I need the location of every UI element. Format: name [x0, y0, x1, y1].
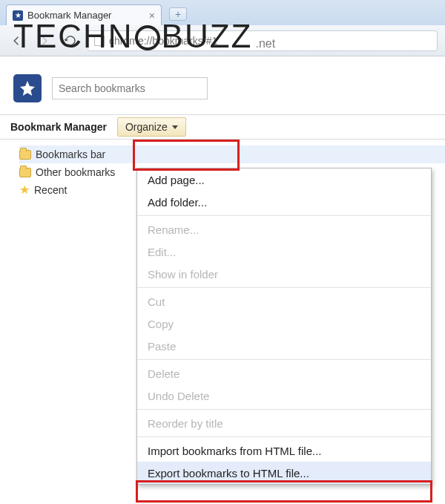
menu-item: Delete — [137, 362, 431, 384]
menu-item: Paste — [137, 335, 431, 357]
search-input[interactable] — [52, 77, 208, 99]
tree-item-label: Recent — [34, 184, 67, 196]
menu-item: Undo Delete — [137, 384, 431, 407]
organize-menu: Add page...Add folder...Rename...Edit...… — [136, 168, 432, 485]
close-icon[interactable]: × — [149, 10, 155, 22]
star-icon — [19, 79, 36, 97]
tree-item-label: Other bookmarks — [36, 166, 115, 178]
arrow-left-icon — [10, 34, 24, 48]
reload-button[interactable] — [61, 31, 80, 50]
folder-icon — [19, 150, 31, 160]
browser-toolbar: chrome://bookmarks/#1 — [0, 25, 445, 56]
menu-separator — [137, 436, 431, 437]
menu-item: Edit... — [137, 240, 431, 263]
url-text: chrome://bookmarks/#1 — [109, 35, 217, 47]
page-icon — [94, 36, 105, 46]
tree-item[interactable]: Bookmarks bar — [19, 145, 445, 163]
organize-label: Organize — [125, 121, 168, 133]
menu-separator — [137, 359, 431, 360]
menu-separator — [137, 287, 431, 288]
arrow-right-icon — [37, 34, 50, 48]
tab-strip: Bookmark Manager × + — [0, 0, 445, 25]
menu-item: Cut — [137, 290, 431, 312]
subheader: Bookmark Manager Organize — [0, 114, 445, 140]
new-tab-button[interactable]: + — [169, 7, 187, 21]
menu-item[interactable]: Export bookmarks to HTML file... — [137, 462, 431, 484]
menu-item[interactable]: Add folder... — [137, 191, 431, 213]
browser-tab[interactable]: Bookmark Manager × — [6, 4, 162, 25]
back-button[interactable] — [7, 31, 27, 50]
menu-item: Copy — [137, 312, 431, 335]
tab-title: Bookmark Manager — [27, 10, 111, 21]
menu-item[interactable]: Import bookmarks from HTML file... — [137, 439, 431, 462]
bookmarks-app-icon — [13, 74, 42, 102]
menu-separator — [137, 409, 431, 410]
menu-item: Rename... — [137, 218, 431, 240]
reload-icon — [64, 34, 77, 48]
bookmark-star-icon — [13, 10, 23, 21]
menu-item: Show in folder — [137, 263, 431, 285]
menu-item: Reorder by title — [137, 412, 431, 434]
star-icon: ★ — [19, 184, 30, 196]
chevron-down-icon — [172, 125, 178, 129]
menu-item[interactable]: Add page... — [137, 168, 431, 191]
page-title: Bookmark Manager — [10, 121, 107, 133]
organize-button[interactable]: Organize — [117, 117, 186, 137]
address-bar[interactable]: chrome://bookmarks/#1 — [88, 30, 438, 51]
forward-button[interactable] — [34, 31, 53, 50]
menu-separator — [137, 215, 431, 216]
tree-item-label: Bookmarks bar — [36, 148, 105, 160]
folder-icon — [19, 168, 31, 177]
page-header — [0, 56, 445, 114]
